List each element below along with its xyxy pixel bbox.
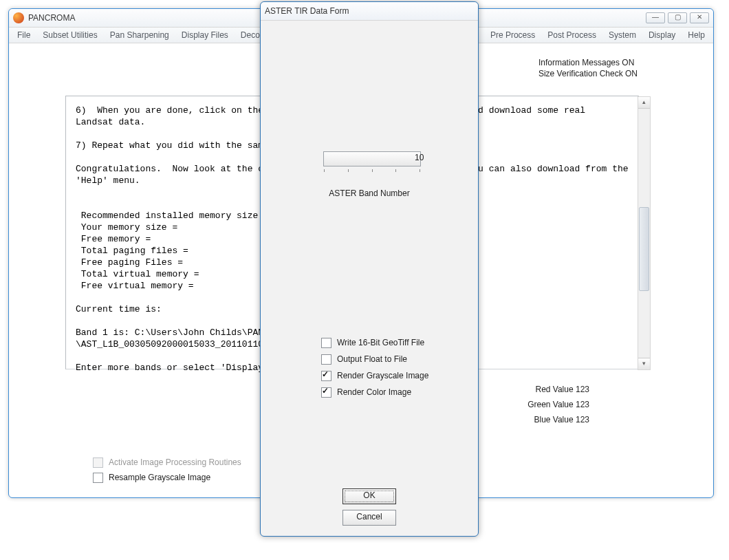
render-color-checkbox[interactable] — [321, 387, 331, 398]
output-float-label: Output Float to File — [337, 354, 407, 364]
slider-track[interactable] — [323, 151, 421, 166]
menu-pan-sharpening[interactable]: Pan Sharpening — [105, 30, 175, 40]
scroll-up-icon[interactable]: ▴ — [638, 97, 650, 109]
menu-display[interactable]: Display — [643, 30, 681, 40]
menu-display-files[interactable]: Display Files — [176, 30, 234, 40]
bottom-checks: Activate Image Processing Routines Resam… — [93, 455, 241, 485]
write-geotiff-label: Write 16-Bit GeoTiff File — [337, 338, 424, 347]
status-lines: Information Messages ON Size Verificatio… — [538, 57, 638, 79]
activate-routines-label: Activate Image Processing Routines — [109, 457, 241, 467]
scroll-down-icon[interactable]: ▾ — [638, 358, 650, 369]
slider-ticks — [324, 169, 420, 172]
vertical-scrollbar[interactable]: ▴ ▾ — [638, 96, 651, 370]
status-size-verification: Size Verification Check ON — [538, 68, 638, 79]
modal-checks: Write 16-Bit GeoTiff File Output Float t… — [321, 334, 428, 400]
menu-system[interactable]: System — [603, 30, 642, 40]
output-float-checkbox[interactable] — [321, 354, 331, 365]
minimize-button[interactable]: — — [646, 12, 665, 23]
red-value: Red Value 123 — [527, 382, 589, 397]
maximize-button[interactable]: ▢ — [668, 12, 687, 23]
status-info-messages: Information Messages ON — [538, 57, 638, 68]
dialog-title: ASTER TIR Data Form — [265, 6, 474, 16]
slider-value: 10 — [415, 153, 424, 162]
scroll-thumb[interactable] — [639, 207, 649, 291]
menu-file[interactable]: File — [12, 30, 36, 40]
slider-label: ASTER Band Number — [261, 189, 478, 198]
green-value: Green Value 123 — [527, 397, 589, 412]
ok-button[interactable]: OK — [342, 488, 396, 504]
cancel-button[interactable]: Cancel — [342, 510, 396, 526]
blue-value: Blue Value 123 — [527, 412, 589, 427]
menu-post-process[interactable]: Post Process — [542, 30, 602, 40]
aster-tir-dialog: ASTER TIR Data Form 10 ASTER Band Number… — [260, 1, 479, 537]
menu-help[interactable]: Help — [682, 30, 710, 40]
activate-routines-checkbox — [93, 457, 103, 468]
dialog-buttons: OK Cancel — [261, 486, 478, 528]
rgb-values: Red Value 123 Green Value 123 Blue Value… — [527, 382, 589, 427]
resample-grayscale-label: Resample Grayscale Image — [109, 473, 210, 482]
render-color-label: Render Color Image — [337, 387, 411, 397]
window-controls: — ▢ ✕ — [646, 12, 709, 23]
menu-pre-process[interactable]: Pre Process — [485, 30, 541, 40]
resample-grayscale-checkbox[interactable] — [93, 473, 103, 483]
dialog-titlebar: ASTER TIR Data Form — [261, 2, 478, 21]
close-button[interactable]: ✕ — [690, 12, 709, 23]
render-grayscale-label: Render Grayscale Image — [337, 371, 428, 380]
app-icon — [13, 12, 24, 23]
write-geotiff-checkbox[interactable] — [321, 338, 331, 348]
dialog-body: 10 ASTER Band Number Write 16-Bit GeoTif… — [261, 21, 478, 537]
render-grayscale-checkbox[interactable] — [321, 371, 331, 381]
menu-subset-utilities[interactable]: Subset Utilities — [37, 30, 102, 40]
